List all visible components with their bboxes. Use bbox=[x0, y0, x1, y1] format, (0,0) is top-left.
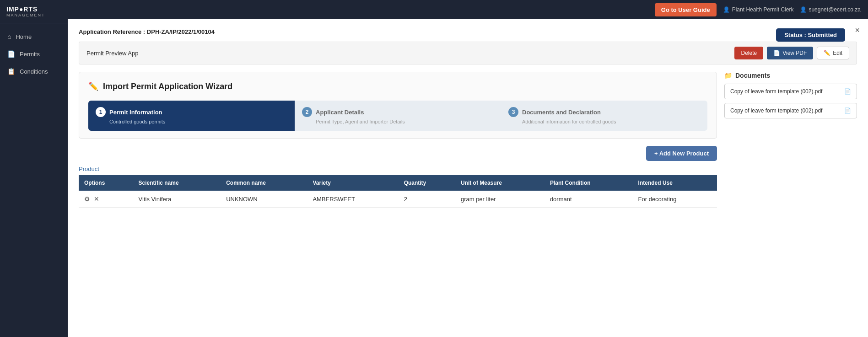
topbar: Go to User Guide 👤 Plant Health Permit C… bbox=[68, 0, 868, 19]
sidebar-item-home[interactable]: ⌂ Home bbox=[0, 28, 68, 45]
layout-row: ✏️ Import Permit Application Wizard 1 Pe… bbox=[79, 72, 857, 208]
cell-common-name: UNKNOWN bbox=[221, 191, 307, 208]
col-intended-use: Intended Use bbox=[633, 175, 717, 191]
home-icon: ⌂ bbox=[7, 33, 11, 40]
col-options: Options bbox=[79, 175, 133, 191]
doc-2-name: Copy of leave form template (002).pdf bbox=[730, 107, 822, 114]
wizard-pencil-icon: ✏️ bbox=[88, 81, 98, 91]
doc-1-name: Copy of leave form template (002).pdf bbox=[730, 88, 822, 95]
table-header-row: Options Scientific name Common name Vari… bbox=[79, 175, 717, 191]
step-2-header: 2 Applicant Details bbox=[302, 107, 494, 117]
folder-icon: 📁 bbox=[724, 72, 732, 79]
delete-button[interactable]: Delete bbox=[734, 47, 763, 59]
cell-variety: AMBERSWEET bbox=[307, 191, 398, 208]
col-variety: Variety bbox=[307, 175, 398, 191]
topbar-user-role: 👤 Plant Health Permit Clerk bbox=[723, 6, 794, 13]
wizard-title: Import Permit Application Wizard bbox=[103, 82, 232, 91]
sidebar-item-permits[interactable]: 📄 Permits bbox=[0, 45, 68, 63]
view-pdf-label: View PDF bbox=[782, 50, 807, 56]
add-new-product-button[interactable]: + Add New Product bbox=[646, 146, 717, 161]
edit-button[interactable]: ✏️ Edit bbox=[817, 47, 849, 59]
cell-options: ⚙ ✕ bbox=[79, 191, 133, 208]
permits-icon: 📄 bbox=[7, 50, 15, 58]
col-unit-of-measure: Unit of Measure bbox=[455, 175, 545, 191]
step-3-header: 3 Documents and Declaration bbox=[508, 107, 700, 117]
email-label: suegnet@ecert.co.za bbox=[809, 6, 861, 13]
row-delete-icon[interactable]: ✕ bbox=[94, 195, 99, 203]
user-role-icon: 👤 bbox=[723, 6, 730, 13]
edit-icon: ✏️ bbox=[824, 50, 830, 56]
app-reference: Application Reference : DPH-ZA/IP/2022/1… bbox=[79, 28, 857, 35]
topbar-user-email: 👤 suegnet@ecert.co.za bbox=[800, 6, 861, 13]
logo-text: IMP●RTS bbox=[6, 5, 61, 13]
email-icon: 👤 bbox=[800, 6, 807, 13]
documents-label: Documents bbox=[735, 72, 770, 79]
col-common-name: Common name bbox=[221, 175, 307, 191]
step-1-sub: Controlled goods permits bbox=[109, 119, 287, 124]
doc-1-icon: 📄 bbox=[844, 88, 851, 95]
content-area: × Application Reference : DPH-ZA/IP/2022… bbox=[68, 19, 868, 217]
cell-quantity: 2 bbox=[399, 191, 455, 208]
step-2-num: 2 bbox=[302, 107, 312, 117]
step-1-label: Permit Information bbox=[109, 109, 162, 116]
permit-preview-bar: Permit Preview App Delete 📄 View PDF ✏️ … bbox=[79, 42, 857, 64]
conditions-icon: 📋 bbox=[7, 68, 15, 75]
logo-sub: MANAGEMENT bbox=[6, 13, 61, 17]
edit-label: Edit bbox=[833, 50, 842, 56]
wizard-area: ✏️ Import Permit Application Wizard 1 Pe… bbox=[79, 72, 717, 208]
user-role-label: Plant Health Permit Clerk bbox=[732, 6, 794, 13]
status-badge: Status : Submitted bbox=[776, 28, 845, 42]
cell-plant-condition: dormant bbox=[545, 191, 633, 208]
col-quantity: Quantity bbox=[399, 175, 455, 191]
col-scientific-name: Scientific name bbox=[133, 175, 221, 191]
sidebar-nav: ⌂ Home 📄 Permits 📋 Conditions bbox=[0, 28, 68, 80]
wizard-box: ✏️ Import Permit Application Wizard 1 Pe… bbox=[79, 72, 717, 139]
add-product-section: + Add New Product bbox=[79, 139, 717, 166]
step-3-label: Documents and Declaration bbox=[522, 109, 601, 116]
step-2-label: Applicant Details bbox=[316, 109, 364, 116]
wizard-step-2[interactable]: 2 Applicant Details Permit Type, Agent a… bbox=[295, 101, 501, 131]
step-1-num: 1 bbox=[96, 107, 106, 117]
step-2-sub: Permit Type, Agent and Importer Details bbox=[316, 119, 494, 124]
document-item-2[interactable]: Copy of leave form template (002).pdf 📄 bbox=[724, 103, 857, 118]
app-ref-value: DPH-ZA/IP/2022/1/00104 bbox=[147, 28, 215, 35]
doc-2-icon: 📄 bbox=[844, 107, 851, 114]
step-3-num: 3 bbox=[508, 107, 518, 117]
permit-preview-actions: Delete 📄 View PDF ✏️ Edit bbox=[734, 47, 849, 59]
pdf-icon: 📄 bbox=[773, 50, 780, 56]
app-ref-label: Application Reference : bbox=[79, 28, 145, 35]
table-row: ⚙ ✕ Vitis Vinifera UNKNOWN AMBERSWEET 2 … bbox=[79, 191, 717, 208]
close-button[interactable]: × bbox=[855, 26, 860, 35]
document-item-1[interactable]: Copy of leave form template (002).pdf 📄 bbox=[724, 84, 857, 99]
row-gear-icon[interactable]: ⚙ bbox=[84, 195, 90, 203]
product-table: Options Scientific name Common name Vari… bbox=[79, 175, 717, 208]
wizard-step-3[interactable]: 3 Documents and Declaration Additional i… bbox=[501, 101, 707, 131]
cell-scientific-name: Vitis Vinifera bbox=[133, 191, 221, 208]
wizard-step-1[interactable]: 1 Permit Information Controlled goods pe… bbox=[88, 101, 295, 131]
main-content: × Application Reference : DPH-ZA/IP/2022… bbox=[68, 19, 868, 337]
sidebar: IMP●RTS MANAGEMENT ⌂ Home 📄 Permits 📋 Co… bbox=[0, 0, 68, 337]
product-section-title: Product bbox=[79, 166, 717, 172]
documents-panel: 📁 Documents Copy of leave form template … bbox=[724, 72, 857, 208]
sidebar-item-conditions-label: Conditions bbox=[20, 68, 48, 75]
cell-unit-of-measure: gram per liter bbox=[455, 191, 545, 208]
view-pdf-button[interactable]: 📄 View PDF bbox=[767, 47, 813, 59]
sidebar-item-home-label: Home bbox=[16, 33, 32, 40]
cell-intended-use: For decorating bbox=[633, 191, 717, 208]
guide-button[interactable]: Go to User Guide bbox=[655, 3, 717, 16]
wizard-header: ✏️ Import Permit Application Wizard bbox=[88, 81, 707, 91]
step-1-header: 1 Permit Information bbox=[96, 107, 287, 117]
step-3-sub: Additional information for controlled go… bbox=[522, 119, 700, 124]
sidebar-item-conditions[interactable]: 📋 Conditions bbox=[0, 63, 68, 80]
documents-panel-title: 📁 Documents bbox=[724, 72, 857, 79]
wizard-steps: 1 Permit Information Controlled goods pe… bbox=[88, 101, 707, 131]
col-plant-condition: Plant Condition bbox=[545, 175, 633, 191]
sidebar-logo: IMP●RTS MANAGEMENT bbox=[0, 0, 68, 23]
permit-preview-title: Permit Preview App bbox=[86, 50, 138, 57]
sidebar-item-permits-label: Permits bbox=[20, 51, 40, 58]
product-section: Product Options Scientific name Common n… bbox=[79, 166, 717, 208]
